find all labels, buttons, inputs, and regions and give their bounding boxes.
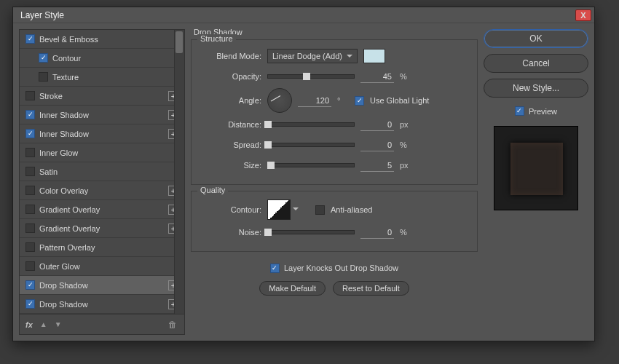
noise-knob[interactable]	[264, 229, 272, 236]
effects-list-row[interactable]: Satin	[20, 162, 184, 181]
effects-list-row[interactable]: Inner Shadow+	[20, 106, 184, 124]
opacity-label: Opacity:	[199, 72, 261, 81]
effect-label: Drop Shadow	[39, 300, 184, 309]
blend-mode-select[interactable]: Linear Dodge (Add)	[267, 49, 358, 63]
effect-checkbox[interactable]	[25, 129, 35, 138]
trash-icon[interactable]: 🗑	[168, 320, 177, 330]
effects-list-row[interactable]: Drop Shadow+	[20, 276, 184, 295]
angle-dial[interactable]	[267, 88, 292, 113]
scrollbar-track[interactable]	[174, 30, 184, 314]
fx-icon[interactable]: fx	[25, 320, 33, 329]
quality-legend: Quality	[197, 186, 228, 194]
opacity-slider[interactable]	[267, 74, 355, 79]
blend-mode-label: Blend Mode:	[199, 52, 261, 60]
effects-list-row[interactable]: Drop Shadow+	[20, 295, 184, 314]
opacity-knob[interactable]	[303, 73, 310, 80]
effects-list-row[interactable]: Contour	[20, 49, 184, 68]
distance-value[interactable]: 0	[360, 118, 394, 131]
default-buttons-row: Make Default Reset to Default	[191, 278, 478, 298]
settings-panel: Drop Shadow Structure Blend Mode: Linear…	[191, 29, 478, 335]
color-swatch[interactable]	[363, 49, 385, 63]
effect-checkbox[interactable]	[39, 72, 48, 82]
effect-label: Bevel & Emboss	[39, 35, 184, 44]
reset-default-button[interactable]: Reset to Default	[333, 281, 409, 296]
effect-checkbox[interactable]	[25, 223, 35, 233]
use-global-light-checkbox[interactable]	[355, 96, 364, 106]
cancel-button[interactable]: Cancel	[484, 54, 588, 73]
blend-mode-row: Blend Mode: Linear Dodge (Add)	[199, 46, 470, 66]
effects-list-row[interactable]: Texture	[20, 68, 184, 87]
size-knob[interactable]	[267, 162, 275, 169]
spread-row: Spread: 0 %	[199, 135, 470, 155]
effect-label: Gradient Overlay	[39, 205, 184, 214]
close-button[interactable]: X	[575, 9, 591, 21]
opacity-value[interactable]: 45	[360, 70, 394, 83]
antialiased-label: Anti-aliased	[331, 205, 372, 214]
effects-list-row[interactable]: Gradient Overlay+	[20, 219, 184, 238]
close-icon: X	[580, 11, 586, 20]
effect-checkbox[interactable]	[25, 110, 35, 119]
spread-unit: %	[400, 141, 411, 149]
distance-slider[interactable]	[267, 122, 355, 127]
structure-group: Structure Blend Mode: Linear Dodge (Add)…	[191, 39, 478, 185]
effects-list-row[interactable]: Bevel & Emboss	[20, 30, 184, 49]
angle-value[interactable]: 120	[298, 94, 331, 107]
effect-checkbox[interactable]	[25, 148, 35, 157]
contour-row: Contour: Anti-aliased	[199, 197, 470, 222]
contour-label: Contour:	[199, 205, 261, 214]
effects-list-row[interactable]: Inner Glow	[20, 143, 184, 162]
effects-list-items: Bevel & EmbossContourTextureStroke+Inner…	[20, 30, 184, 314]
opacity-row: Opacity: 45 %	[199, 66, 470, 87]
right-panel: OK Cancel New Style... Preview	[484, 29, 588, 335]
effects-list-row[interactable]: Color Overlay+	[20, 181, 184, 200]
effect-checkbox[interactable]	[25, 299, 35, 309]
antialiased-checkbox[interactable]	[315, 205, 325, 215]
noise-label: Noise:	[199, 228, 261, 237]
noise-slider[interactable]	[267, 230, 355, 234]
distance-row: Distance: 0 px	[199, 114, 470, 135]
effects-list-row[interactable]: Inner Shadow+	[20, 124, 184, 143]
effect-label: Inner Glow	[39, 149, 184, 157]
effect-checkbox[interactable]	[25, 167, 35, 176]
contour-picker[interactable]	[267, 199, 291, 220]
titlebar: Layer Style X	[13, 7, 594, 23]
knockout-label: Layer Knocks Out Drop Shadow	[284, 264, 398, 272]
spread-knob[interactable]	[264, 141, 272, 149]
effect-checkbox[interactable]	[25, 186, 35, 195]
angle-unit: °	[337, 96, 349, 105]
preview-checkbox[interactable]	[515, 106, 524, 116]
distance-knob[interactable]	[264, 121, 272, 128]
noise-value[interactable]: 0	[360, 226, 394, 239]
effect-checkbox[interactable]	[25, 91, 35, 100]
effects-list-row[interactable]: Gradient Overlay+	[20, 200, 184, 219]
effect-checkbox[interactable]	[25, 261, 35, 271]
make-default-button[interactable]: Make Default	[259, 281, 326, 296]
effects-list-footer: fx ▲ ▼ 🗑	[20, 314, 184, 334]
ok-button[interactable]: OK	[484, 29, 588, 48]
effects-list-row[interactable]: Stroke+	[20, 87, 184, 106]
effect-label: Satin	[39, 167, 184, 176]
effect-checkbox[interactable]	[25, 242, 35, 252]
effect-label: Gradient Overlay	[39, 224, 184, 233]
effects-list: Bevel & EmbossContourTextureStroke+Inner…	[19, 29, 185, 335]
arrow-up-icon[interactable]: ▲	[40, 320, 47, 328]
arrow-down-icon[interactable]: ▼	[55, 320, 62, 328]
size-value[interactable]: 5	[360, 159, 394, 172]
effect-checkbox[interactable]	[25, 280, 35, 290]
effect-checkbox[interactable]	[39, 53, 48, 63]
new-style-button[interactable]: New Style...	[484, 79, 588, 98]
spread-value[interactable]: 0	[360, 138, 394, 151]
effect-checkbox[interactable]	[25, 34, 35, 44]
spread-slider[interactable]	[267, 143, 355, 147]
noise-row: Noise: 0 %	[199, 222, 470, 242]
opacity-unit: %	[400, 72, 411, 81]
scrollbar-thumb[interactable]	[176, 31, 183, 53]
size-slider[interactable]	[267, 163, 355, 167]
panel-title: Drop Shadow	[194, 28, 478, 36]
knockout-checkbox[interactable]	[270, 264, 280, 273]
preview-label: Preview	[529, 107, 557, 116]
effect-checkbox[interactable]	[25, 205, 35, 214]
effects-list-row[interactable]: Outer Glow	[20, 257, 184, 276]
structure-legend: Structure	[197, 34, 236, 43]
effects-list-row[interactable]: Pattern Overlay	[20, 238, 184, 257]
